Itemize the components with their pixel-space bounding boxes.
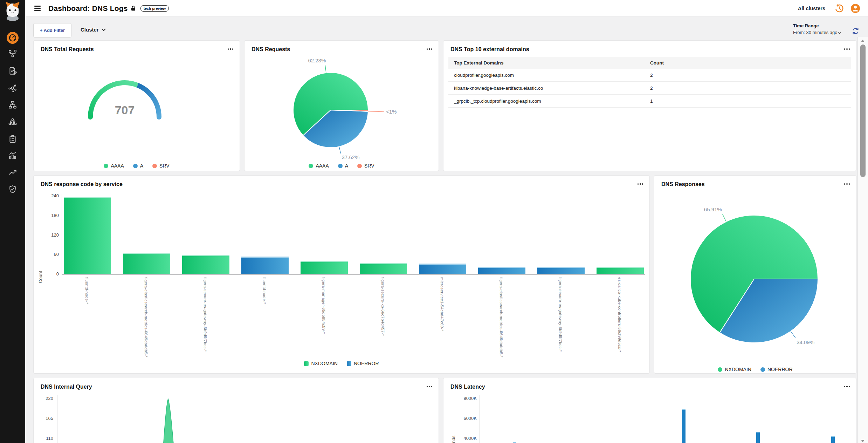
sidebar-item-network-sets[interactable] [0, 83, 25, 93]
legend-item[interactable]: NOERROR [760, 367, 793, 372]
legend-item[interactable]: AAAA [309, 163, 329, 169]
legend-swatch [133, 164, 138, 168]
column-header: Top External Domains [454, 60, 650, 66]
x-axis-label: fluentd-node-* [85, 277, 89, 304]
count-cell: 2 [650, 73, 653, 78]
bar-nxdomain[interactable] [597, 267, 644, 274]
legend-item[interactable]: NOERROR [347, 361, 379, 366]
chart-legend: AAAAASRV [244, 163, 439, 169]
bar-nxdomain[interactable] [301, 261, 348, 274]
bar-cap [478, 267, 525, 268]
time-range-selector[interactable]: Time Range From: 30 minutes ago [793, 23, 841, 35]
sidebar-item-trends[interactable] [0, 168, 25, 177]
bar-cap [537, 267, 585, 268]
domain-cell: kibana-knowledge-base-artifacts.elastic.… [454, 86, 650, 91]
scroll-down-icon[interactable] [861, 440, 864, 442]
tech-preview-badge: tech preview [140, 5, 169, 12]
bar-cap [241, 257, 289, 258]
gauge-chart: 707 [83, 75, 167, 125]
latency-bar[interactable] [756, 432, 760, 443]
sidebar-item-activity[interactable] [0, 151, 25, 160]
bar-nxdomain[interactable] [360, 263, 407, 274]
pie-label: 37.62% [342, 154, 360, 160]
bar-cap [419, 264, 466, 265]
history-icon[interactable] [834, 4, 844, 13]
page-title: Dashboard: DNS Logs [48, 4, 128, 13]
bar-noerror[interactable] [419, 264, 466, 274]
bar-cap [360, 263, 407, 264]
bar-cap [123, 253, 170, 254]
count-cell: 2 [650, 86, 653, 91]
legend-swatch [718, 367, 722, 372]
legend-item[interactable]: SRV [152, 163, 170, 169]
bar-cap [597, 267, 644, 268]
bar-nxdomain[interactable] [64, 197, 111, 274]
bar-noerror[interactable] [241, 257, 289, 274]
panel-dns-total-requests: DNS Total Requests 707 AAAAASRV [33, 40, 240, 171]
bar-noerror[interactable] [478, 267, 525, 274]
pie-label: <1% [386, 109, 397, 115]
latency-bar[interactable] [831, 436, 835, 443]
panel-menu-icon[interactable] [844, 48, 850, 50]
sidebar [0, 0, 25, 443]
legend-swatch [309, 164, 313, 168]
y-axis-tick: 60 [38, 252, 59, 257]
gauge-value: 707 [115, 103, 135, 117]
legend-swatch [357, 164, 362, 168]
sidebar-item-compliance-reports[interactable] [0, 135, 25, 144]
scrollbar-thumb[interactable] [860, 45, 866, 177]
y-axis-tick: 4000K [456, 436, 477, 441]
pie-label: 62.23% [308, 57, 326, 63]
chart-legend: NXDOMAINNOERROR [34, 361, 649, 366]
domain-cell: _grpclb._tcp.cloudprofiler.googleapis.co… [454, 98, 650, 104]
vertical-scrollbar[interactable] [857, 37, 868, 443]
legend-label: A [140, 163, 143, 169]
chart-legend: NXDOMAINNOERROR [654, 367, 856, 372]
all-clusters-selector[interactable]: All clusters [798, 6, 825, 11]
area-series[interactable] [158, 399, 180, 443]
user-avatar-icon[interactable] [850, 4, 860, 13]
bar-noerror[interactable] [537, 267, 585, 274]
legend-label: AAAA [111, 163, 124, 169]
legend-item[interactable]: A [338, 163, 348, 169]
sidebar-item-threat-defense[interactable] [0, 185, 25, 194]
scroll-up-icon[interactable] [861, 40, 864, 42]
calico-cat-logo[interactable] [0, 1, 25, 21]
domain-cell: cloudprofiler.googleapis.com [454, 73, 650, 78]
legend-item[interactable]: NXDOMAIN [304, 361, 337, 366]
sidebar-item-dashboards[interactable] [0, 32, 25, 44]
sidebar-item-service-graph[interactable] [0, 49, 25, 58]
legend-item[interactable]: NXDOMAIN [718, 367, 751, 372]
infrastructure-icon [8, 100, 17, 109]
latency-bar[interactable] [682, 409, 686, 443]
bar-nxdomain[interactable] [182, 255, 229, 274]
sidebar-item-endpoints[interactable] [0, 117, 25, 127]
legend-item[interactable]: AAAA [104, 163, 124, 169]
endpoints-icon [8, 117, 17, 127]
panel-title: DNS response code by service [41, 181, 123, 188]
panel-menu-icon[interactable] [228, 48, 234, 50]
legend-item[interactable]: A [133, 163, 143, 169]
x-axis-label: tigera-elasticsearch-metrics-6649dbddb5-… [499, 277, 503, 357]
sidebar-item-infrastructure[interactable] [0, 100, 25, 109]
hamburger-menu-icon[interactable] [34, 6, 41, 11]
refresh-icon[interactable] [851, 27, 860, 37]
sidebar-item-flow-logs[interactable] [0, 66, 25, 75]
cluster-dropdown[interactable]: Cluster [81, 27, 105, 33]
legend-label: SRV [364, 163, 374, 169]
panel-dns-latency: DNS Latency Nanoseconds 8000K6000K4000K [443, 378, 856, 443]
lock-icon [131, 6, 136, 11]
bar-nxdomain[interactable] [123, 253, 170, 274]
bar-cap [64, 197, 111, 198]
time-range-value: From: 30 minutes ago [793, 30, 837, 35]
panel-menu-icon[interactable] [638, 183, 643, 185]
add-filter-button[interactable]: + Add Filter [33, 23, 71, 38]
count-cell: 1 [650, 98, 653, 104]
legend-label: NXDOMAIN [311, 361, 337, 366]
legend-item[interactable]: SRV [357, 163, 374, 169]
panel-menu-icon[interactable] [844, 386, 850, 387]
y-axis-line [62, 194, 62, 274]
service-graph-icon [8, 49, 17, 58]
panel-dns-responses: DNS Responses 65.91%34.09% NXDOMAINNOERR… [654, 175, 856, 374]
legend-label: NOERROR [767, 367, 793, 372]
